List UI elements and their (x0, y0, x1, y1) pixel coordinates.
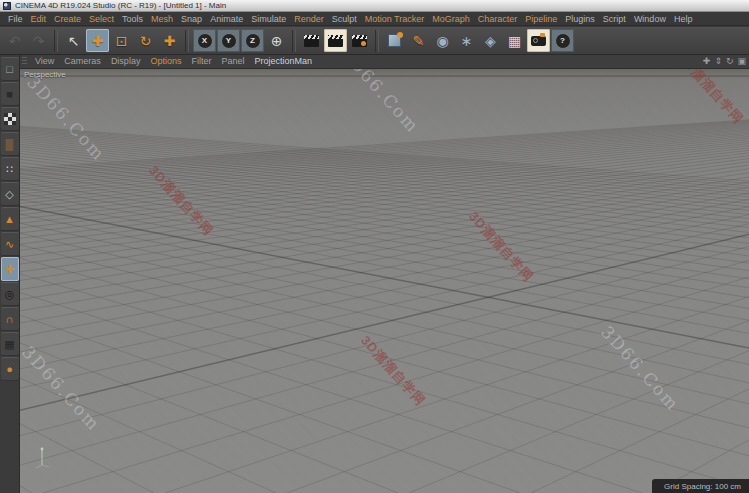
render-view-button[interactable] (300, 29, 323, 52)
menu-mesh[interactable]: Mesh (147, 12, 177, 26)
enable-axis-tool[interactable]: ✚ (1, 257, 19, 281)
toolbar-separator (292, 30, 296, 52)
viewport-menu-filter[interactable]: Filter (186, 56, 216, 66)
viewport-solo-tool[interactable]: ◎ (1, 282, 19, 306)
menu-script[interactable]: Script (599, 12, 630, 26)
menu-sculpt[interactable]: Sculpt (328, 12, 361, 26)
render-to-picture-viewer-button[interactable] (324, 29, 347, 52)
main-toolbar: ↶↷↖✚⊡↻✚XYZ⊕✎◉∗◈▦? (0, 27, 749, 55)
menu-render[interactable]: Render (290, 12, 328, 26)
menu-motion-tracker[interactable]: Motion Tracker (361, 12, 429, 26)
undo-button[interactable]: ↶ (3, 29, 26, 52)
live-selection-icon: ↖ (68, 34, 80, 48)
scale-tool-button[interactable]: ⊡ (110, 29, 133, 52)
zoom-view-icon[interactable]: ⇕ (714, 55, 722, 68)
model-mode-tool[interactable]: ■ (1, 82, 19, 106)
toolbar-separator (185, 30, 189, 52)
add-deformer-icon: ◈ (485, 34, 496, 48)
menu-animate[interactable]: Animate (206, 12, 247, 26)
camera-label: Perspective (24, 70, 66, 79)
rotate-view-icon[interactable]: ↻ (726, 55, 734, 68)
menu-help[interactable]: Help (670, 12, 697, 26)
viewport-menu-display[interactable]: Display (106, 56, 146, 66)
edges-mode-icon: ◇ (5, 189, 13, 200)
menu-character[interactable]: Character (474, 12, 522, 26)
quantize-tool[interactable]: ● (1, 357, 19, 381)
viewport-menu-panel[interactable]: Panel (216, 56, 249, 66)
mode-palette: □■▒∷◇▲∿✚◎∩▦● (0, 55, 20, 493)
toggle-view-icon[interactable]: ▣ (737, 55, 746, 68)
last-used-tool-icon: ✚ (164, 34, 176, 48)
display-settings-button[interactable]: ? (551, 29, 574, 52)
lock-y-axis-button[interactable]: Y (217, 29, 240, 52)
menu-snap[interactable]: Snap (177, 12, 206, 26)
add-primitive-cube-button[interactable] (383, 29, 406, 52)
menu-mograph[interactable]: MoGraph (428, 12, 474, 26)
viewport-canvas[interactable]: 3D66.Com3D66.Com3D66.Com3D66.Com3D溜溜自学网3… (20, 69, 749, 493)
toolbar-separator (54, 30, 58, 52)
menu-create[interactable]: Create (50, 12, 85, 26)
uv-texture-icon: ▒ (6, 139, 14, 150)
redo-button[interactable]: ↷ (27, 29, 50, 52)
add-subdivision-surface-icon: ◉ (436, 34, 448, 48)
last-used-tool-button[interactable]: ✚ (158, 29, 181, 52)
coordinate-system-icon: ⊕ (271, 34, 283, 48)
palette-grip-handle[interactable] (22, 57, 27, 66)
animation-path-icon: ∿ (5, 239, 14, 250)
edit-render-settings-button[interactable] (348, 29, 371, 52)
add-deformer-button[interactable]: ◈ (479, 29, 502, 52)
undo-icon: ↶ (9, 34, 21, 48)
world-axis-gizmo (34, 445, 56, 469)
viewport-menu-items: ViewCamerasDisplayOptionsFilterPanelProj… (30, 55, 317, 68)
viewport-menu-options[interactable]: Options (145, 56, 186, 66)
window-title: CINEMA 4D R19.024 Studio (RC - R19) - [U… (15, 1, 226, 10)
add-camera-icon (531, 36, 546, 46)
viewport-menu-cameras[interactable]: Cameras (59, 56, 106, 66)
make-editable-tool[interactable]: □ (1, 57, 19, 81)
live-selection-button[interactable]: ↖ (62, 29, 85, 52)
lock-z-axis-button[interactable]: Z (241, 29, 264, 52)
add-generator-button[interactable]: ∗ (455, 29, 478, 52)
pan-view-icon[interactable]: ✚ (703, 55, 711, 68)
menu-simulate[interactable]: Simulate (247, 12, 290, 26)
workplane-icon: ▦ (4, 339, 14, 350)
polygons-mode-tool[interactable]: ▲ (1, 207, 19, 231)
menu-tools[interactable]: Tools (118, 12, 147, 26)
edit-render-settings-icon (352, 35, 367, 47)
menu-select[interactable]: Select (85, 12, 118, 26)
lock-x-axis-button[interactable]: X (193, 29, 216, 52)
rotate-tool-button[interactable]: ↻ (134, 29, 157, 52)
enable-snap-tool[interactable]: ∩ (1, 307, 19, 331)
workplane-tool[interactable]: ▦ (1, 332, 19, 356)
add-spline-pen-icon: ✎ (413, 34, 425, 48)
menu-window[interactable]: Window (630, 12, 670, 26)
viewport-view-controls: ✚⇕↻▣ (703, 55, 746, 68)
move-tool-button[interactable]: ✚ (86, 29, 109, 52)
add-spline-pen-button[interactable]: ✎ (407, 29, 430, 52)
render-view-icon (304, 35, 319, 47)
edges-mode-tool[interactable]: ◇ (1, 182, 19, 206)
points-mode-tool[interactable]: ∷ (1, 157, 19, 181)
add-environment-button[interactable]: ▦ (503, 29, 526, 52)
add-subdivision-surface-button[interactable]: ◉ (431, 29, 454, 52)
texture-mode-icon (4, 113, 16, 125)
viewport-menu-projectionman[interactable]: ProjectionMan (249, 56, 317, 66)
grid-spacing-status: Grid Spacing: 100 cm (652, 479, 749, 493)
add-camera-button[interactable] (527, 29, 550, 52)
lock-y-axis-icon: Y (221, 33, 237, 49)
points-mode-icon: ∷ (6, 164, 13, 175)
texture-mode-tool[interactable] (1, 107, 19, 131)
menu-file[interactable]: File (4, 12, 27, 26)
viewport-menu-bar: ViewCamerasDisplayOptionsFilterPanelProj… (20, 55, 749, 69)
viewport-solo-icon: ◎ (5, 289, 15, 300)
menu-plugins[interactable]: Plugins (561, 12, 599, 26)
uv-texture-tool[interactable]: ▒ (1, 132, 19, 156)
make-editable-icon: □ (6, 64, 13, 75)
coordinate-system-button[interactable]: ⊕ (265, 29, 288, 52)
menu-pipeline[interactable]: Pipeline (521, 12, 561, 26)
menu-edit[interactable]: Edit (27, 12, 51, 26)
viewport-menu-view[interactable]: View (30, 56, 59, 66)
title-bar: CINEMA 4D R19.024 Studio (RC - R19) - [U… (0, 0, 749, 12)
animation-path-tool[interactable]: ∿ (1, 232, 19, 256)
rotate-tool-icon: ↻ (140, 34, 152, 48)
